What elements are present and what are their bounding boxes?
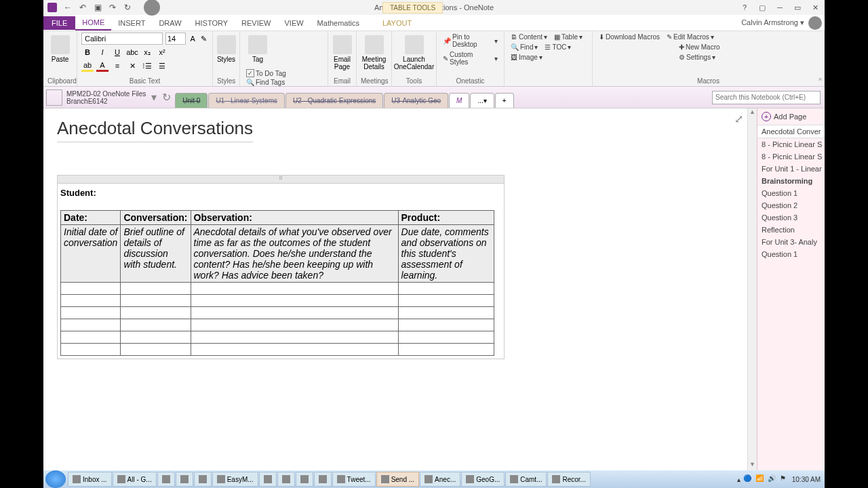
section-tab-4[interactable]: M: [449, 93, 469, 108]
page-item[interactable]: Question 3: [757, 211, 825, 224]
edit-macros-button[interactable]: ✎Edit Macros▾: [665, 33, 716, 41]
tray-expand-icon[interactable]: ▴: [737, 476, 741, 483]
scroll-down-button[interactable]: ▼: [748, 461, 757, 470]
toc-button[interactable]: ☰TOC▾: [542, 43, 573, 52]
taskbar-item[interactable]: [277, 472, 295, 487]
cell-product[interactable]: Due date, comments and observations on t…: [398, 225, 494, 283]
th-conversation[interactable]: Conversation:: [121, 211, 191, 225]
minimize-button[interactable]: ─: [773, 2, 787, 13]
page-item[interactable]: Question 1: [757, 248, 825, 260]
bold-button[interactable]: B: [81, 46, 94, 58]
styles-button[interactable]: Styles: [217, 33, 235, 66]
taskbar-item[interactable]: [194, 472, 212, 487]
find-button[interactable]: 🔍Find▾: [509, 43, 540, 52]
system-tray[interactable]: ▴ 🔵 📶 🔊 ⚑ 10:30 AM: [737, 474, 825, 484]
tray-icon[interactable]: 📶: [755, 474, 765, 484]
cell-conversation[interactable]: Brief outline of details of discussion w…: [121, 225, 191, 283]
th-product[interactable]: Product:: [398, 211, 494, 225]
taskbar-item[interactable]: GeoG...: [461, 472, 505, 487]
email-page-button[interactable]: Email Page: [332, 33, 352, 73]
section-tab-2[interactable]: U2 - Quadratic Expressions: [285, 93, 383, 108]
clear-format-button[interactable]: ✕: [126, 60, 138, 72]
tab-draw[interactable]: DRAW: [152, 16, 188, 30]
section-tab-1[interactable]: U1 - Linear Systems: [208, 93, 285, 108]
new-macro-button[interactable]: ✚New Macro: [677, 43, 820, 52]
superscript-button[interactable]: x²: [156, 46, 168, 58]
taskbar-item[interactable]: [259, 472, 277, 487]
page-item[interactable]: For Unit 3- Analy: [757, 236, 825, 248]
account-avatar-icon[interactable]: [144, 0, 160, 16]
tab-history[interactable]: HISTORY: [189, 16, 235, 30]
table-cell[interactable]: [61, 307, 121, 319]
conversation-table[interactable]: Date: Conversation: Observation: Product…: [60, 210, 494, 356]
cell-date[interactable]: Initial date of conversation: [61, 225, 121, 283]
font-select[interactable]: [81, 33, 163, 45]
tag-button[interactable]: Tag: [244, 33, 271, 66]
todo-tag-button[interactable]: ✓To Do Tag: [244, 68, 305, 78]
maximize-button[interactable]: ▭: [791, 2, 804, 13]
align-button[interactable]: ≡: [111, 60, 123, 72]
add-page-button[interactable]: + Add Page: [757, 108, 825, 125]
taskbar-item[interactable]: Recor...: [547, 472, 590, 487]
th-observation[interactable]: Observation:: [191, 211, 398, 225]
table-cell[interactable]: [61, 295, 121, 307]
page-item[interactable]: Reflection: [757, 224, 825, 236]
launch-onecalendar-button[interactable]: Launch OneCalendar: [396, 33, 432, 73]
taskbar-item[interactable]: [314, 472, 332, 487]
back-button[interactable]: ←: [62, 2, 73, 13]
font-color-button[interactable]: A: [96, 60, 108, 72]
download-macros-button[interactable]: ⬇Download Macros: [597, 33, 662, 41]
user-avatar-icon[interactable]: [808, 16, 822, 30]
taskbar-item[interactable]: [157, 472, 175, 487]
th-date[interactable]: Date:: [61, 211, 121, 225]
notebook-info[interactable]: MPM2D-02 OneNote Files BranchE6142: [66, 90, 146, 105]
taskbar-item[interactable]: [296, 472, 313, 487]
add-section-button[interactable]: +: [495, 93, 514, 108]
notebook-icon[interactable]: [46, 89, 62, 106]
note-container[interactable]: ⠿ Student: Date: Conversation: Observati…: [57, 175, 505, 359]
taskbar-item[interactable]: Tweet...: [332, 472, 376, 487]
strike-button[interactable]: abc: [126, 46, 138, 58]
grow-font-button[interactable]: A: [189, 33, 197, 45]
tray-icon[interactable]: 🔵: [743, 474, 753, 484]
settings-button[interactable]: ⚙Settings▾: [677, 53, 820, 62]
start-button[interactable]: [45, 470, 66, 488]
section-tab-0[interactable]: Unit 0: [175, 93, 208, 108]
taskbar-item[interactable]: EasyM...: [212, 472, 258, 487]
page-item[interactable]: For Unit 1 - Linear: [757, 163, 825, 175]
page-item[interactable]: Anecdotal Conver: [757, 125, 825, 138]
tab-home[interactable]: HOME: [75, 16, 111, 30]
note-container-handle[interactable]: ⠿: [57, 175, 505, 183]
taskbar-item[interactable]: [176, 472, 193, 487]
sync-icon[interactable]: ↻: [162, 91, 171, 104]
taskbar-item[interactable]: Camt...: [505, 472, 547, 487]
taskbar-item[interactable]: Inbox ...: [68, 472, 112, 487]
underline-button[interactable]: U: [111, 46, 123, 58]
redo-button[interactable]: ↷: [107, 2, 118, 13]
tab-insert[interactable]: INSERT: [111, 16, 152, 30]
pin-desktop-button[interactable]: 📌Pin to Desktop▾: [441, 33, 500, 49]
user-name[interactable]: Calvin Armstrong ▾: [741, 18, 804, 27]
tab-layout[interactable]: LAYOUT: [376, 16, 418, 30]
vertical-scrollbar[interactable]: ▲ ▼: [747, 108, 757, 470]
taskbar-item[interactable]: Anec...: [420, 472, 460, 487]
tab-mathematics[interactable]: Mathematics: [311, 16, 366, 30]
subscript-button[interactable]: x₂: [141, 46, 153, 58]
page-canvas[interactable]: ⤢ Anecdotal Conversations ⠿ Student: Dat…: [43, 108, 747, 470]
page-item[interactable]: Question 2: [757, 199, 825, 211]
bullets-button[interactable]: ⁝☰: [141, 60, 153, 72]
page-title[interactable]: Anecdotal Conversations: [57, 118, 253, 142]
numbering-button[interactable]: ☰: [156, 60, 168, 72]
meeting-details-button[interactable]: Meeting Details: [361, 33, 387, 73]
help-button[interactable]: ?: [738, 2, 751, 13]
paste-button[interactable]: Paste: [47, 33, 73, 66]
expand-icon[interactable]: ⤢: [734, 113, 743, 125]
table-cell[interactable]: [61, 283, 121, 295]
highlight-button[interactable]: ab: [81, 60, 94, 72]
tab-view[interactable]: VIEW: [277, 16, 310, 30]
tray-icon[interactable]: ⚑: [780, 474, 789, 484]
clock[interactable]: 10:30 AM: [792, 476, 821, 483]
student-label[interactable]: Student:: [60, 188, 501, 198]
tab-review[interactable]: REVIEW: [235, 16, 277, 30]
image-button[interactable]: 🖼Image▾: [509, 53, 588, 62]
